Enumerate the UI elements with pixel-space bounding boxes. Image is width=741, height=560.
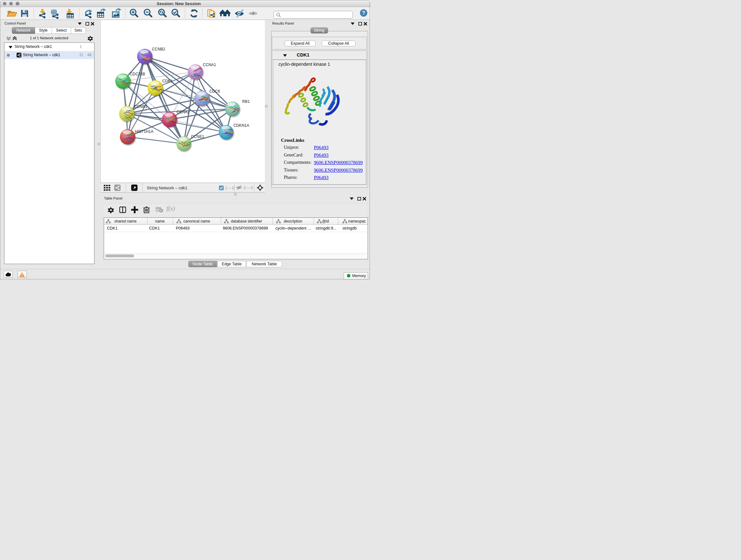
svg-text:CCNA2: CCNA2: [177, 110, 190, 114]
svg-text:CDKN1A: CDKN1A: [233, 123, 250, 128]
svg-text:CCNA1: CCNA1: [203, 63, 216, 67]
svg-text:HIST1H1A: HIST1H1A: [135, 129, 153, 134]
svg-text:CCNB1: CCNB1: [134, 105, 147, 109]
svg-text:CDC25B: CDC25B: [130, 72, 145, 76]
svg-text:CDK1: CDK1: [162, 79, 173, 83]
svg-text:RB1: RB1: [242, 99, 250, 104]
svg-text:CCNE1: CCNE1: [191, 134, 205, 139]
svg-text:CDC6: CDC6: [209, 89, 220, 94]
svg-text:CCNB2: CCNB2: [152, 47, 165, 51]
